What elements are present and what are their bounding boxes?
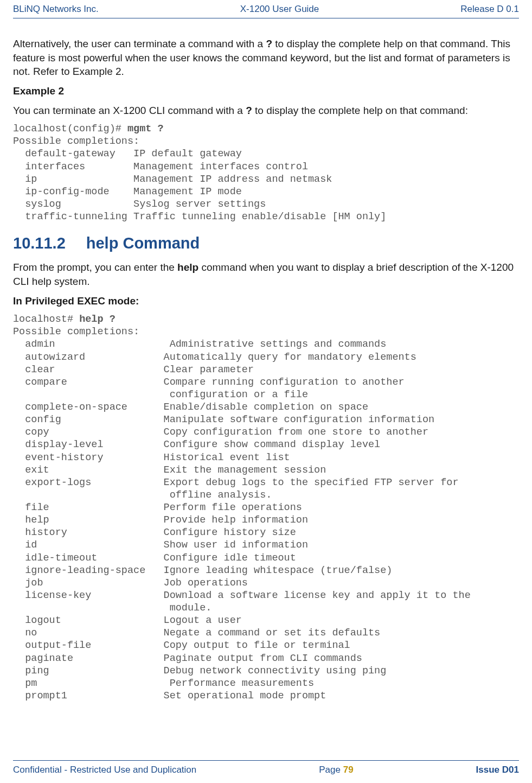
content: Alternatively, the user can terminate a …	[13, 37, 519, 747]
section-number: 10.11.2	[13, 234, 66, 252]
code2-body: Possible completions: admin Administrati…	[13, 326, 477, 702]
ex2-text-a: You can terminate an X-1200 CLI command …	[13, 105, 246, 116]
example-2-label: Example 2	[13, 84, 519, 98]
privileged-mode-label: In Privileged EXEC mode:	[13, 294, 519, 308]
header-right: Release D 0.1	[460, 3, 519, 16]
code-block-help: localhost# help ? Possible completions: …	[13, 313, 519, 702]
footer-center: Page 79	[319, 764, 353, 776]
code2-prompt: localhost#	[13, 314, 79, 325]
code2-command: help ?	[79, 314, 116, 325]
question-mark-2: ?	[246, 105, 252, 116]
help-paragraph: From the prompt, you can enter the help …	[13, 260, 519, 288]
footer-page-number: 79	[343, 765, 354, 775]
footer-left: Confidential - Restricted Use and Duplic…	[13, 764, 196, 776]
intro-paragraph: Alternatively, the user can terminate a …	[13, 37, 519, 79]
header-center: X-1200 User Guide	[240, 3, 319, 16]
page: BLiNQ Networks Inc. X-1200 User Guide Re…	[0, 0, 532, 783]
section-heading: 10.11.2help Command	[13, 233, 519, 254]
footer-page-label: Page	[319, 765, 343, 775]
ex2-text-b: to display the complete help on that com…	[252, 105, 468, 116]
page-footer: Confidential - Restricted Use and Duplic…	[13, 760, 519, 783]
question-mark-1: ?	[266, 38, 272, 49]
intro-text-a: Alternatively, the user can terminate a …	[13, 38, 266, 49]
footer-right: Issue D01	[476, 764, 519, 776]
help-text-a: From the prompt, you can enter the	[13, 262, 177, 273]
page-header: BLiNQ Networks Inc. X-1200 User Guide Re…	[13, 0, 519, 18]
code-block-mgmt: localhost(config)# mgmt ? Possible compl…	[13, 123, 519, 223]
code1-prompt: localhost(config)#	[13, 123, 127, 135]
example-2-intro: You can terminate an X-1200 CLI command …	[13, 104, 519, 118]
header-left: BLiNQ Networks Inc.	[13, 3, 99, 16]
section-title: help Command	[86, 234, 200, 252]
help-keyword: help	[177, 262, 198, 273]
code1-command: mgmt ?	[127, 123, 164, 135]
code1-body: Possible completions: default-gateway IP…	[13, 136, 386, 222]
